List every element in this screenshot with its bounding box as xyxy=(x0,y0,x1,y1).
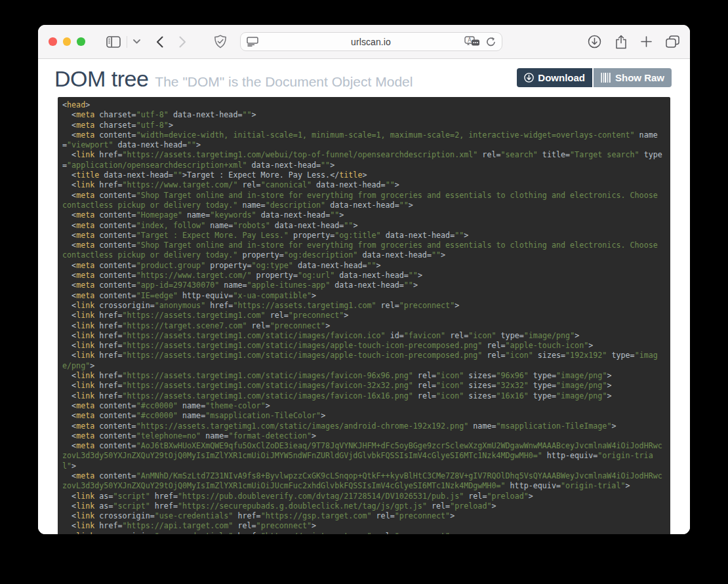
code-line: <meta content="Shop Target online and in… xyxy=(62,241,666,261)
code-line: <link as="script" href="https://securepu… xyxy=(62,501,666,511)
code-line: <link crossorigin="use-credentials" href… xyxy=(62,511,666,521)
page-title: DOM tree xyxy=(54,66,148,92)
traffic-lights xyxy=(49,37,85,46)
code-line: <link href="https://api.target.com" rel=… xyxy=(62,521,666,531)
code-line: <link crossorigin="anonymous" href="http… xyxy=(62,301,666,311)
code-line: <meta content="telephone=no" name="forma… xyxy=(62,431,666,441)
code-line: <meta content="product.group" property="… xyxy=(62,261,666,271)
code-line: <meta content="https://www.target.com/" … xyxy=(62,271,666,281)
address-url-text[interactable]: urlscan.io xyxy=(241,37,502,47)
code-line: <link href="https://assets.targetimg1.co… xyxy=(62,351,666,371)
code-line: <link href="https://www.target.com/" rel… xyxy=(62,180,666,190)
code-line: <meta content="width=device-width, initi… xyxy=(62,130,666,151)
minimize-window-button[interactable] xyxy=(63,37,71,46)
back-icon xyxy=(156,36,163,48)
code-line: <link crossorigin="use-credentials" href… xyxy=(62,532,666,534)
code-line: <meta content="AnMNhD/KmSzLtd7Z31NIvA9fs… xyxy=(62,471,666,492)
toolbar-separator xyxy=(127,36,127,48)
code-line: <meta content="app-id=297430070" name="a… xyxy=(62,281,666,290)
sidebar-toggle-icon xyxy=(106,36,121,48)
download-circle-icon xyxy=(524,73,534,83)
back-button[interactable] xyxy=(156,36,163,48)
browser-toolbar: urlscan.io A xyxy=(38,25,690,59)
downloads-button[interactable] xyxy=(588,35,601,49)
code-line: <link href="https://assets.targetimg1.co… xyxy=(62,341,666,351)
code-line: <meta content="Shop Target online and in… xyxy=(62,191,666,211)
code-line: <link href="https://assets.targetimg1.co… xyxy=(62,391,666,401)
code-line: <link href="https://target.scene7.com" r… xyxy=(62,321,666,331)
page-content: DOM tree The "DOM" is the Document Objec… xyxy=(38,59,690,534)
code-line: <meta content="#cc0000" name="theme-colo… xyxy=(62,401,666,411)
show-raw-button-label: Show Raw xyxy=(615,72,664,83)
code-line: <link href="https://assets.targetimg1.co… xyxy=(62,331,666,341)
dom-code[interactable]: <head> <meta charset="utf-8" data-next-h… xyxy=(58,97,670,534)
sidebar-menu-button[interactable] xyxy=(133,39,140,44)
code-line: <link href="https://assets.targetimg1.co… xyxy=(62,311,666,321)
privacy-shield-icon xyxy=(214,35,227,49)
screen-background: urlscan.io A xyxy=(0,0,728,584)
page-subtitle: The "DOM" is the Document Object Model xyxy=(155,74,413,90)
header-button-group: Download Show Raw xyxy=(517,68,672,87)
new-tab-button[interactable] xyxy=(641,36,652,47)
privacy-report-button[interactable] xyxy=(214,35,227,49)
zoom-window-button[interactable] xyxy=(77,37,85,46)
code-line: <meta content="Homepage" name="keywords"… xyxy=(62,210,666,220)
code-line: <meta content="#cc0000" name="msapplicat… xyxy=(62,411,666,421)
code-line: <title data-next-head="">Target : Expect… xyxy=(62,170,666,180)
barcode-icon xyxy=(601,73,611,83)
show-raw-button[interactable]: Show Raw xyxy=(594,68,672,87)
page-header: DOM tree The "DOM" is the Document Objec… xyxy=(38,59,690,92)
code-line: <meta charset="utf-8"> xyxy=(62,121,666,130)
code-line: <meta content="AoJ6tBXwHUoXEXmQWE9qfu5Ox… xyxy=(62,441,666,471)
share-button[interactable] xyxy=(615,35,627,49)
code-line: <meta content="index, follow" name="robo… xyxy=(62,221,666,231)
code-line: <link href="https://assets.targetimg1.co… xyxy=(62,381,666,391)
code-line: <meta content="Target : Expect More. Pay… xyxy=(62,231,666,241)
close-window-button[interactable] xyxy=(49,37,57,46)
forward-icon xyxy=(179,36,186,48)
code-line: <link href="https://assets.targetimg1.co… xyxy=(62,150,666,170)
download-button[interactable]: Download xyxy=(517,68,592,87)
downloads-icon xyxy=(588,35,601,49)
code-line: <meta charset="utf-8" data-next-head=""> xyxy=(62,110,666,120)
code-line: <meta content="https://assets.targetimg1… xyxy=(62,421,666,431)
tab-overview-icon xyxy=(666,35,679,48)
code-line: <link href="https://assets.targetimg1.co… xyxy=(62,371,666,381)
download-button-label: Download xyxy=(538,72,585,83)
new-tab-icon xyxy=(641,36,652,47)
chevron-down-icon xyxy=(133,39,140,44)
tab-overview-button[interactable] xyxy=(666,35,679,48)
code-line: <link as="script" href="https://pub.doub… xyxy=(62,492,666,501)
browser-window: urlscan.io A xyxy=(38,25,690,534)
address-bar[interactable]: urlscan.io A xyxy=(240,32,502,51)
code-line: <meta content="IE=edge" http-equiv="x-ua… xyxy=(62,291,666,301)
sidebar-toggle-button[interactable] xyxy=(106,36,121,48)
code-line: <head> xyxy=(62,100,666,110)
share-icon xyxy=(615,35,627,49)
forward-button[interactable] xyxy=(179,36,186,48)
